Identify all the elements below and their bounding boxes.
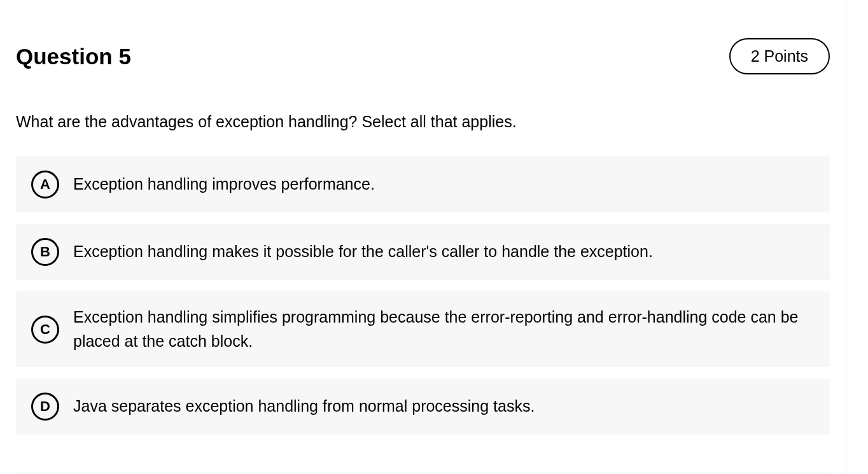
options-list: A Exception handling improves performanc… [16,157,830,435]
option-letter-d: D [31,393,59,421]
option-a[interactable]: A Exception handling improves performanc… [16,157,830,213]
option-text-b: Exception handling makes it possible for… [73,240,653,264]
option-letter-a: A [31,171,59,199]
option-text-d: Java separates exception handling from n… [73,394,535,419]
question-title: Question 5 [16,44,131,69]
option-b[interactable]: B Exception handling makes it possible f… [16,224,830,280]
question-text: What are the advantages of exception han… [16,113,830,131]
option-text-a: Exception handling improves performance. [73,172,375,197]
points-badge: 2 Points [729,38,830,74]
divider [16,473,830,473]
option-letter-c: C [31,316,59,344]
option-d[interactable]: D Java separates exception handling from… [16,379,830,435]
option-c[interactable]: C Exception handling simplifies programm… [16,291,830,367]
question-container: Question 5 2 Points What are the advanta… [0,0,846,474]
option-text-c: Exception handling simplifies programmin… [73,305,815,353]
option-letter-b: B [31,238,59,266]
question-header: Question 5 2 Points [16,38,830,74]
